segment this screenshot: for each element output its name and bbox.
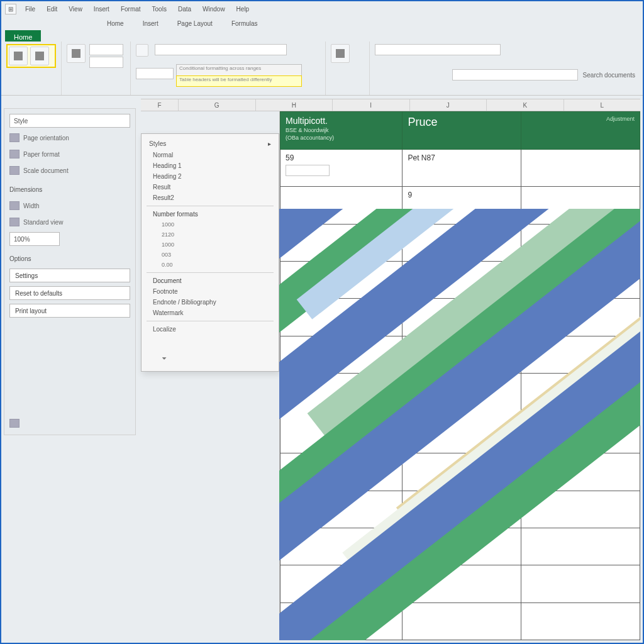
side-panel-button-reset[interactable]: Reset to defaults xyxy=(9,286,130,300)
table-cell[interactable] xyxy=(402,299,521,336)
col-header[interactable]: H xyxy=(256,99,333,111)
table-cell[interactable] xyxy=(402,491,521,528)
ribbon-button-1[interactable] xyxy=(67,44,86,63)
table-cell[interactable] xyxy=(280,565,402,602)
table-cell[interactable] xyxy=(521,150,640,187)
menu-help[interactable]: Help xyxy=(234,4,252,14)
table-cell[interactable] xyxy=(521,187,640,224)
cell-inline-input[interactable] xyxy=(286,165,330,176)
menu-file[interactable]: File xyxy=(23,4,38,14)
dropdown-item[interactable]: 2120 xyxy=(142,230,279,240)
table-cell[interactable] xyxy=(280,602,402,640)
menu-format[interactable]: Format xyxy=(118,4,143,14)
menu-view[interactable]: View xyxy=(66,4,85,14)
table-cell[interactable] xyxy=(521,336,640,373)
side-panel-footer-row xyxy=(9,417,130,430)
table-cell[interactable] xyxy=(521,602,640,640)
side-panel-row[interactable]: Standard view xyxy=(9,216,130,228)
ribbon-small-input[interactable] xyxy=(136,68,174,79)
ribbon-formula-field[interactable] xyxy=(155,44,287,55)
table-header-cell[interactable]: Multipicott. BSE & Noordwijk (OBa accoun… xyxy=(280,112,402,150)
table-cell[interactable] xyxy=(280,491,402,528)
dropdown-item[interactable]: Normal xyxy=(142,150,279,160)
table-cell[interactable] xyxy=(521,453,640,491)
table-cell[interactable] xyxy=(402,374,521,453)
side-panel-row[interactable]: Page orientation xyxy=(9,131,130,144)
table-header-cell[interactable]: Pruce xyxy=(402,112,521,150)
table-cell[interactable] xyxy=(521,262,640,299)
table-cell[interactable] xyxy=(280,336,402,373)
table-cell[interactable]: 59 xyxy=(280,150,402,187)
table-cell[interactable] xyxy=(521,491,640,528)
table-cell[interactable] xyxy=(521,374,640,453)
ribbon-small-field-1[interactable] xyxy=(89,44,123,55)
side-panel-row[interactable]: Paper format xyxy=(9,148,130,160)
tab-insert[interactable]: Insert xyxy=(139,19,162,28)
side-panel-row[interactable]: Width xyxy=(9,199,130,212)
ribbon-small-field-2[interactable] xyxy=(89,57,123,68)
menu-edit[interactable]: Edit xyxy=(44,4,60,14)
dropdown-item[interactable]: Result2 xyxy=(142,192,279,203)
menu-tools[interactable]: Tools xyxy=(150,4,169,14)
table-cell[interactable] xyxy=(280,299,402,336)
table-cell[interactable] xyxy=(402,336,521,373)
table-cell[interactable] xyxy=(521,224,640,261)
col-header[interactable]: I xyxy=(333,99,410,111)
table-cell[interactable] xyxy=(280,374,402,453)
table-row xyxy=(280,453,640,491)
table-cell[interactable] xyxy=(402,224,521,261)
table-cell[interactable] xyxy=(280,453,402,491)
dropdown-item[interactable]: Watermark xyxy=(142,308,279,318)
dropdown-item[interactable]: Localize xyxy=(142,324,279,335)
dropdown-item[interactable]: 1000 xyxy=(142,240,279,250)
ribbon-long-field[interactable] xyxy=(375,44,501,55)
table-cell[interactable] xyxy=(280,528,402,565)
ribbon-button-small-1[interactable] xyxy=(136,44,148,57)
dropdown-item[interactable]: Footnote xyxy=(142,286,279,297)
col-header[interactable]: K xyxy=(487,99,564,111)
table-row: 9 xyxy=(280,187,640,224)
table-cell[interactable]: 9 xyxy=(402,187,521,224)
dropdown-item[interactable]: 1000 xyxy=(142,219,279,230)
side-panel-input-zoom[interactable]: 100% xyxy=(9,232,60,246)
ribbon-button-page-view[interactable] xyxy=(30,47,49,65)
side-panel-button-print[interactable]: Print layout xyxy=(9,304,130,318)
table-cell[interactable] xyxy=(402,262,521,299)
table-cell[interactable] xyxy=(521,528,640,565)
table-cell[interactable] xyxy=(280,224,402,261)
system-menu-icon[interactable]: ⊞ xyxy=(5,4,16,14)
col-header[interactable]: G xyxy=(179,99,256,111)
table-cell[interactable] xyxy=(280,262,402,299)
col-header[interactable]: L xyxy=(564,99,641,111)
table-header-cell[interactable]: Adjustment xyxy=(521,112,640,150)
ribbon-button-normal-view[interactable] xyxy=(9,47,28,65)
dropdown-item[interactable]: Heading 2 xyxy=(142,171,279,182)
side-panel-field-style[interactable]: Style xyxy=(9,114,130,128)
spreadsheet-grid[interactable]: Multipicott. BSE & Noordwijk (OBa accoun… xyxy=(279,111,640,640)
table-cell[interactable]: Pet N87 xyxy=(402,150,521,187)
tab-home[interactable]: Home xyxy=(103,19,128,28)
col-header[interactable]: F xyxy=(141,99,179,111)
dropdown-item[interactable]: 003 xyxy=(142,250,279,260)
tab-pagelayout[interactable]: Page Layout xyxy=(174,19,216,28)
side-panel-button-settings[interactable]: Settings xyxy=(9,269,130,282)
ribbon-button-zoom[interactable] xyxy=(331,44,350,63)
table-cell[interactable] xyxy=(402,565,521,602)
menu-insert[interactable]: Insert xyxy=(91,4,112,14)
dropdown-item[interactable]: 0.00 xyxy=(142,260,279,270)
dropdown-item[interactable]: Heading 1 xyxy=(142,160,279,171)
table-cell[interactable] xyxy=(521,565,640,602)
menu-data[interactable]: Data xyxy=(175,4,194,14)
table-cell[interactable] xyxy=(402,453,521,491)
tab-formulas[interactable]: Formulas xyxy=(228,19,262,28)
dropdown-item[interactable]: Endnote / Bibliography xyxy=(142,297,279,308)
dropdown-item[interactable]: Result xyxy=(142,182,279,192)
table-cell[interactable] xyxy=(280,187,402,224)
menu-window[interactable]: Window xyxy=(200,4,228,14)
side-panel-row[interactable]: Scale document xyxy=(9,164,130,177)
table-cell[interactable] xyxy=(521,299,640,336)
table-cell[interactable] xyxy=(402,528,521,565)
col-header[interactable]: J xyxy=(410,99,487,111)
search-input[interactable] xyxy=(452,69,578,80)
table-cell[interactable] xyxy=(402,602,521,640)
